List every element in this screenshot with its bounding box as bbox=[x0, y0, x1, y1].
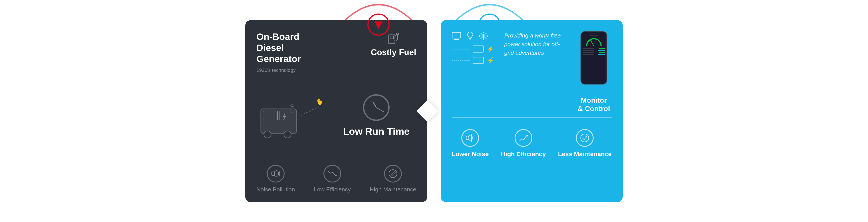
less-maintenance-icon bbox=[576, 129, 594, 147]
clock-minute-hand bbox=[376, 107, 384, 113]
right-panel-divider bbox=[452, 117, 612, 118]
speaker-low-icon bbox=[465, 133, 475, 143]
benefit-less-maintenance: Less Maintenance bbox=[558, 129, 612, 158]
left-panel-top: On-Board Diesel Generator 1920's technol… bbox=[256, 31, 416, 73]
svg-rect-20 bbox=[455, 38, 458, 39]
svg-line-5 bbox=[396, 40, 398, 41]
dashed-line-1 bbox=[452, 49, 469, 50]
issue-low-efficiency: Low Efficiency bbox=[314, 165, 351, 193]
blue-arc-icon bbox=[452, 0, 527, 20]
down-arrow-icon: ▼ bbox=[372, 18, 385, 31]
issue-high-maintenance: High Maintenance bbox=[370, 165, 416, 193]
lower-noise-icon bbox=[461, 129, 479, 147]
left-warning-indicator: ▼ bbox=[367, 13, 390, 36]
high-efficiency-icon bbox=[515, 129, 532, 147]
generator-title: On-Board Diesel Generator bbox=[256, 31, 318, 65]
generator-svg-area: ✋ bbox=[256, 93, 323, 138]
generator-info: On-Board Diesel Generator 1920's technol… bbox=[256, 31, 318, 73]
costly-fuel-label: Costly Fuel bbox=[371, 48, 416, 57]
monitor-label: Monitor & Control bbox=[578, 96, 610, 113]
clock-icon bbox=[363, 94, 390, 121]
high-efficiency-label: High Efficiency bbox=[501, 150, 546, 158]
connection-row-1: ⚡ bbox=[452, 45, 495, 53]
svg-marker-39 bbox=[469, 134, 471, 141]
monitor-section: Monitor & Control bbox=[576, 31, 612, 113]
connection-row-2: ⚡ bbox=[452, 57, 495, 64]
check-circle-icon bbox=[580, 133, 590, 143]
graph-up-icon bbox=[519, 133, 528, 143]
svg-rect-1 bbox=[390, 36, 394, 39]
svg-point-30 bbox=[483, 39, 484, 40]
low-run-time-section: Low Run Time bbox=[343, 94, 410, 137]
data-row-1 bbox=[583, 48, 605, 49]
less-maintenance-label: Less Maintenance bbox=[558, 150, 612, 158]
svg-point-13 bbox=[290, 105, 294, 106]
data-label-4 bbox=[583, 54, 594, 55]
benefit-high-efficiency: High Efficiency bbox=[501, 129, 546, 158]
svg-point-33 bbox=[597, 84, 611, 98]
data-row-4 bbox=[583, 54, 605, 55]
left-bottom-issues: Noise Pollution Low Efficiency bbox=[256, 158, 416, 193]
svg-point-40 bbox=[581, 134, 589, 142]
low-efficiency-label: Low Efficiency bbox=[314, 186, 351, 193]
speaker-icon bbox=[271, 169, 281, 179]
noise-pollution-label: Noise Pollution bbox=[256, 186, 295, 193]
outer-wrapper: ▼ ▼ bbox=[190, 11, 678, 211]
svg-point-7 bbox=[264, 131, 271, 138]
lower-noise-label: Lower Noise bbox=[452, 150, 489, 158]
wrench-circle-icon bbox=[388, 169, 398, 179]
clock-hour-hand bbox=[372, 101, 376, 108]
gauge-display bbox=[586, 38, 601, 46]
generator-subtitle: 1920's technology bbox=[256, 67, 318, 73]
top-icons-area: ▼ ▼ bbox=[190, 13, 678, 36]
left-panel-diesel: On-Board Diesel Generator 1920's technol… bbox=[245, 20, 427, 202]
high-maintenance-label: High Maintenance bbox=[370, 186, 416, 193]
svg-rect-37 bbox=[609, 79, 611, 92]
right-panel-solution: ⚡ ⚡ Providing a worry-free power solutio… bbox=[441, 20, 623, 202]
right-panel-content: ⚡ ⚡ Providing a worry-free power solutio… bbox=[452, 31, 612, 193]
high-maintenance-icon bbox=[384, 165, 402, 183]
graph-down-icon bbox=[328, 169, 337, 179]
noise-icon bbox=[267, 165, 285, 183]
svg-rect-6 bbox=[261, 109, 297, 133]
phone-container bbox=[576, 31, 612, 93]
lightning-icon-2: ⚡ bbox=[487, 57, 495, 64]
panels-wrapper: On-Board Diesel Generator 1920's technol… bbox=[245, 20, 623, 202]
data-value-2 bbox=[598, 50, 605, 51]
low-run-time-label: Low Run Time bbox=[343, 126, 410, 137]
svg-rect-16 bbox=[272, 172, 274, 176]
warning-circle: ▼ bbox=[367, 13, 390, 36]
right-panel-top: ⚡ ⚡ Providing a worry-free power solutio… bbox=[452, 31, 612, 113]
data-value-4 bbox=[598, 54, 605, 55]
dashed-line-2 bbox=[452, 60, 469, 61]
data-label-1 bbox=[583, 48, 594, 49]
data-label-2 bbox=[583, 50, 594, 51]
data-row-2 bbox=[583, 50, 605, 51]
phone-body bbox=[581, 31, 607, 85]
right-panel-bottom: Lower Noise High Efficiency bbox=[452, 122, 612, 158]
benefit-lower-noise: Lower Noise bbox=[452, 129, 489, 158]
data-row-3 bbox=[583, 52, 605, 53]
low-efficiency-icon bbox=[323, 165, 341, 183]
data-label-3 bbox=[583, 52, 594, 53]
connection-icons-area: ⚡ ⚡ bbox=[452, 31, 495, 64]
svg-text:✋: ✋ bbox=[315, 97, 323, 106]
data-value-3 bbox=[599, 52, 605, 53]
left-panel-content: On-Board Diesel Generator 1920's technol… bbox=[256, 31, 416, 193]
page-container: ▼ ▼ bbox=[0, 0, 868, 222]
component-rect-1 bbox=[473, 45, 484, 53]
issue-noise-pollution: Noise Pollution bbox=[256, 165, 295, 193]
svg-point-18 bbox=[389, 170, 397, 178]
component-rect-2 bbox=[473, 57, 484, 64]
data-value-1 bbox=[599, 48, 605, 49]
svg-rect-38 bbox=[466, 136, 469, 140]
svg-line-14 bbox=[301, 107, 318, 116]
svg-marker-17 bbox=[274, 170, 277, 177]
gauge-needle bbox=[590, 40, 594, 46]
lightning-icon-1: ⚡ bbox=[487, 45, 495, 53]
generator-illustration-icon: ✋ bbox=[256, 93, 323, 138]
left-mid-section: ✋ Low Run Time bbox=[256, 73, 416, 158]
right-positive-indicator: ▼ bbox=[478, 13, 501, 36]
svg-point-8 bbox=[284, 131, 291, 138]
phone-data-rows bbox=[583, 48, 605, 55]
